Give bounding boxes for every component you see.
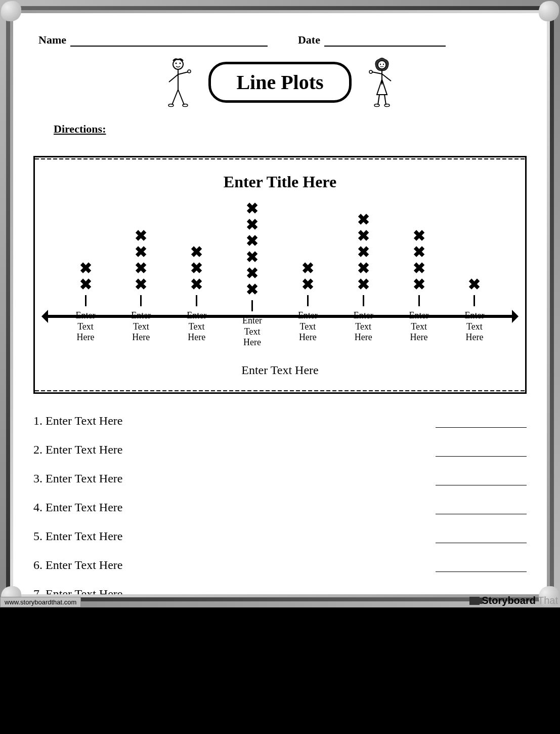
header-fields: Name Date bbox=[28, 33, 532, 47]
source-url: www.storyboardthat.com bbox=[0, 597, 81, 607]
x-axis-label[interactable]: Enter Text Here bbox=[45, 363, 515, 377]
x-mark-stack: ✖✖ bbox=[301, 201, 314, 292]
tick-mark bbox=[196, 295, 197, 306]
x-mark-icon: ✖ bbox=[79, 261, 92, 276]
tick-mark bbox=[473, 295, 475, 306]
tick-mark bbox=[418, 295, 420, 306]
answer-line[interactable] bbox=[436, 562, 527, 572]
question-text[interactable]: 4. Enter Text Here bbox=[33, 501, 122, 514]
question-text[interactable]: 3. Enter Text Here bbox=[33, 472, 122, 485]
tick-label[interactable]: EnterTextHere bbox=[242, 315, 262, 348]
x-mark-icon: ✖ bbox=[246, 282, 259, 297]
svg-point-0 bbox=[173, 59, 183, 69]
question-row: 7. Enter Text Here bbox=[33, 587, 527, 594]
page-frame: Name Date bbox=[0, 0, 560, 607]
svg-line-17 bbox=[382, 74, 391, 81]
x-mark-icon: ✖ bbox=[79, 277, 92, 292]
question-row: 6. Enter Text Here bbox=[33, 558, 527, 572]
date-field: Date bbox=[298, 33, 446, 47]
boy-figure-icon bbox=[163, 57, 193, 107]
answer-line[interactable] bbox=[436, 504, 527, 514]
svg-point-11 bbox=[378, 61, 386, 69]
date-label: Date bbox=[298, 33, 320, 47]
x-mark-icon: ✖ bbox=[246, 250, 259, 265]
x-mark-stack: ✖✖ bbox=[79, 201, 92, 292]
x-mark-stack: ✖ bbox=[468, 201, 481, 292]
question-text[interactable]: 2. Enter Text Here bbox=[33, 443, 122, 457]
svg-point-9 bbox=[168, 104, 174, 107]
answer-line[interactable] bbox=[436, 533, 527, 543]
x-mark-icon: ✖ bbox=[246, 233, 259, 249]
answer-line[interactable] bbox=[436, 475, 527, 485]
x-mark-icon: ✖ bbox=[301, 277, 314, 292]
svg-line-18 bbox=[378, 95, 379, 105]
svg-line-8 bbox=[178, 90, 184, 105]
plot-column: ✖✖✖✖✖EnterTextHere bbox=[343, 201, 383, 348]
answer-line[interactable] bbox=[436, 418, 527, 428]
question-row: 4. Enter Text Here bbox=[33, 501, 527, 514]
question-text[interactable]: 1. Enter Text Here bbox=[33, 414, 122, 428]
x-mark-stack: ✖✖✖✖ bbox=[413, 201, 425, 292]
storyboard-icon bbox=[469, 597, 480, 605]
x-mark-icon: ✖ bbox=[468, 277, 481, 292]
brand-text-1: Storyboard bbox=[482, 595, 536, 606]
x-mark-icon: ✖ bbox=[413, 277, 425, 292]
question-row: 2. Enter Text Here bbox=[33, 443, 527, 457]
x-mark-icon: ✖ bbox=[357, 261, 370, 276]
questions-list: 1. Enter Text Here2. Enter Text Here3. E… bbox=[28, 414, 532, 594]
svg-point-2 bbox=[180, 63, 181, 64]
x-mark-icon: ✖ bbox=[357, 277, 370, 292]
x-mark-icon: ✖ bbox=[357, 212, 370, 227]
tick-mark bbox=[307, 295, 309, 306]
plot-column: ✖✖EnterTextHere bbox=[65, 201, 106, 348]
plot-column: ✖✖✖EnterTextHere bbox=[177, 201, 217, 348]
x-mark-icon: ✖ bbox=[135, 261, 147, 276]
svg-point-12 bbox=[379, 64, 380, 65]
tick-mark bbox=[140, 295, 142, 306]
question-text[interactable]: 5. Enter Text Here bbox=[33, 529, 122, 543]
question-text[interactable]: 7. Enter Text Here bbox=[33, 587, 122, 594]
question-row: 1. Enter Text Here bbox=[33, 414, 527, 428]
svg-point-6 bbox=[188, 70, 191, 73]
corner-ornament bbox=[539, 1, 559, 21]
answer-line[interactable] bbox=[436, 591, 527, 594]
question-row: 3. Enter Text Here bbox=[33, 472, 527, 485]
name-input-line[interactable] bbox=[70, 35, 268, 47]
plot-area: ✖✖EnterTextHere✖✖✖✖EnterTextHere✖✖✖Enter… bbox=[45, 217, 515, 348]
page-title: Line Plots bbox=[208, 62, 351, 103]
name-field: Name bbox=[38, 33, 268, 47]
x-mark-stack: ✖✖✖✖ bbox=[135, 201, 147, 292]
svg-point-20 bbox=[374, 104, 379, 107]
date-input-line[interactable] bbox=[324, 35, 446, 47]
svg-line-15 bbox=[372, 72, 382, 74]
x-mark-icon: ✖ bbox=[190, 244, 203, 260]
x-mark-icon: ✖ bbox=[135, 277, 147, 292]
worksheet-page: Name Date bbox=[13, 13, 547, 594]
corner-ornament bbox=[1, 1, 21, 21]
plot-column: ✖✖EnterTextHere bbox=[287, 201, 328, 348]
svg-point-13 bbox=[382, 64, 383, 65]
x-mark-icon: ✖ bbox=[190, 277, 203, 292]
svg-point-1 bbox=[176, 63, 177, 64]
x-mark-icon: ✖ bbox=[413, 261, 425, 276]
x-mark-icon: ✖ bbox=[301, 261, 314, 276]
brand-text-2: That bbox=[538, 595, 558, 606]
plot-column: ✖EnterTextHere bbox=[454, 201, 495, 348]
svg-point-21 bbox=[384, 104, 390, 107]
answer-line[interactable] bbox=[436, 446, 527, 457]
svg-line-7 bbox=[172, 90, 178, 105]
x-mark-stack: ✖✖✖ bbox=[190, 201, 203, 292]
tick-mark bbox=[363, 295, 364, 306]
svg-line-4 bbox=[169, 74, 178, 82]
x-mark-icon: ✖ bbox=[135, 228, 147, 243]
x-axis bbox=[45, 315, 515, 318]
line-plot-container: Enter Title Here ✖✖EnterTextHere✖✖✖✖Ente… bbox=[33, 156, 527, 394]
svg-line-19 bbox=[384, 95, 386, 105]
question-text[interactable]: 6. Enter Text Here bbox=[33, 558, 122, 572]
girl-figure-icon bbox=[367, 57, 397, 107]
plot-title[interactable]: Enter Title Here bbox=[45, 173, 515, 191]
plot-column: ✖✖✖✖✖✖EnterTextHere bbox=[232, 201, 273, 348]
svg-point-10 bbox=[183, 104, 188, 107]
svg-line-5 bbox=[178, 72, 188, 74]
title-row: Line Plots bbox=[28, 57, 532, 107]
